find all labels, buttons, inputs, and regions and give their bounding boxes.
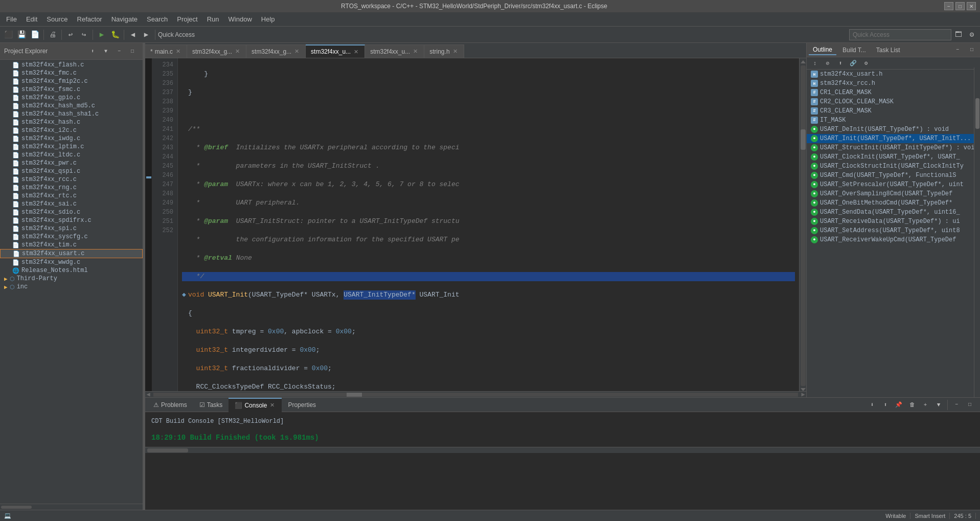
- outline-vscrollbar[interactable]: [974, 67, 980, 397]
- tree-item-lptim[interactable]: 📄 stm32f4xx_lptim.c: [0, 143, 143, 151]
- tree-item-flash[interactable]: 📄 stm32f4xx_flash.c: [0, 61, 143, 69]
- outline-item-cr2-mask[interactable]: # CR2_CLOCK_CLEAR_MASK: [807, 97, 980, 106]
- outline-item-rcc-h[interactable]: H stm32f4xx_rcc.h: [807, 79, 980, 88]
- tree-item-fmip2c[interactable]: 📄 stm32f4xx_fmip2c.c: [0, 77, 143, 85]
- bottom-minimize[interactable]: −: [950, 399, 963, 411]
- print-button[interactable]: 🖨: [47, 29, 59, 41]
- bottom-tab-console[interactable]: ⬛ Console ✕: [229, 398, 282, 412]
- tab-close-u2[interactable]: ✕: [412, 48, 419, 55]
- outline-item-cmd[interactable]: ● USART_Cmd(USART_TypeDef*, FunctionalS: [807, 171, 980, 180]
- menu-refactor[interactable]: Refactor: [73, 14, 106, 24]
- tree-item-qspi[interactable]: 📄 stm32f4xx_qspi.c: [0, 167, 143, 175]
- code-editor[interactable]: 234 235 236 237 238 239 240 241 242 24: [152, 58, 806, 391]
- minimize-button[interactable]: −: [944, 2, 953, 10]
- maximize-button[interactable]: □: [955, 2, 965, 10]
- tree-item-rng[interactable]: 📄 stm32f4xx_rng.c: [0, 184, 143, 192]
- tree-item-ltdc[interactable]: 📄 stm32f4xx_ltdc.c: [0, 151, 143, 159]
- undo-button[interactable]: ↩: [64, 29, 77, 41]
- outline-item-clockstructinit[interactable]: ● USART_ClockStructInit(USART_ClockInitT…: [807, 162, 980, 171]
- tab-stm32f4xx-u2[interactable]: stm32f4xx_u... ✕: [365, 44, 424, 58]
- tree-item-hash-md5[interactable]: 📄 stm32f4xx_hash_md5.c: [0, 102, 143, 110]
- tab-string-h[interactable]: string.h ✕: [424, 44, 464, 58]
- menu-navigate[interactable]: Navigate: [107, 14, 142, 24]
- menu-project[interactable]: Project: [173, 14, 201, 24]
- tree-item-sdio[interactable]: 📄 stm32f4xx_sdio.c: [0, 208, 143, 216]
- bottom-tab-problems[interactable]: ⚠ Problems: [147, 398, 193, 412]
- outline-settings-button[interactable]: ⚙: [860, 57, 872, 70]
- tree-item-third-party[interactable]: ▶ ⬡ Third-Party: [0, 275, 143, 283]
- outline-item-usart-h[interactable]: H stm32f4xx_usart.h: [807, 70, 980, 79]
- outline-item-structinit[interactable]: ● USART_StructInit(USART_InitTypeDef*) :…: [807, 143, 980, 152]
- tree-item-pwr[interactable]: 📄 stm32f4xx_pwr.c: [0, 159, 143, 167]
- tree-item-tim[interactable]: 📄 stm32f4xx_tim.c: [0, 241, 143, 249]
- outline-filter-button[interactable]: ⊘: [822, 57, 834, 70]
- vertical-scrollbar[interactable]: [799, 58, 806, 391]
- tab-stm32f4xx-g2[interactable]: stm32f4xx_g... ✕: [246, 44, 306, 58]
- menu-source[interactable]: Source: [42, 14, 72, 24]
- save-button[interactable]: 💾: [15, 29, 28, 41]
- pe-minimize-button[interactable]: −: [113, 45, 125, 57]
- pe-collapse-button[interactable]: ⬆: [86, 45, 99, 57]
- h-scroll-right[interactable]: ▶: [800, 393, 806, 397]
- outline-item-setaddress[interactable]: ● USART_SetAddress(USART_TypeDef*, uint8: [807, 226, 980, 235]
- tree-item-spdifrx[interactable]: 📄 stm32f4xx_spdifrx.c: [0, 216, 143, 224]
- outline-item-it-mask[interactable]: # IT_MASK: [807, 116, 980, 125]
- outline-item-deinit[interactable]: ● USART_DeInit(USART_TypeDef*) : void: [807, 125, 980, 134]
- tree-item-sai[interactable]: 📄 stm32f4xx_sai.c: [0, 200, 143, 208]
- outline-link-button[interactable]: 🔗: [847, 57, 859, 70]
- bottom-tab-tasks[interactable]: ☑ Tasks: [193, 398, 229, 412]
- console-options-button[interactable]: ▼: [932, 399, 945, 411]
- outline-item-clockinit[interactable]: ● USART_ClockInit(USART_TypeDef*, USART_: [807, 152, 980, 162]
- outline-tab-build[interactable]: Build T...: [838, 46, 870, 55]
- tree-item-gpio[interactable]: 📄 stm32f4xx_gpio.c: [0, 94, 143, 102]
- redo-button[interactable]: ↪: [78, 29, 90, 41]
- menu-search[interactable]: Search: [143, 14, 172, 24]
- outline-minimize-button[interactable]: −: [951, 44, 964, 56]
- code-content[interactable]: } } /** * @brief Initializes the USARTx …: [178, 58, 799, 391]
- tree-item-spi[interactable]: 📄 stm32f4xx_spi.c: [0, 224, 143, 233]
- tab-stm32f4xx-g1[interactable]: stm32f4xx_g... ✕: [187, 44, 246, 58]
- scroll-thumb[interactable]: [801, 129, 806, 150]
- outline-sort-button[interactable]: ↕: [809, 57, 821, 70]
- tab-main-c[interactable]: * main.c ✕: [145, 44, 187, 58]
- tree-item-rcc[interactable]: 📄 stm32f4xx_rcc.c: [0, 175, 143, 184]
- outline-item-receiverwakeup[interactable]: ● USART_ReceiverWakeUpCmd(USART_TypeDef: [807, 235, 980, 244]
- console-new-button[interactable]: +: [919, 399, 931, 411]
- scroll-down-arrow[interactable]: [801, 388, 806, 391]
- menu-file[interactable]: File: [2, 14, 21, 24]
- tab-close-g1[interactable]: ✕: [234, 48, 241, 55]
- run-button[interactable]: ▶: [96, 29, 108, 41]
- window-controls[interactable]: − □ ✕: [944, 2, 976, 10]
- outline-item-setprescaler[interactable]: ● USART_SetPrescaler(USART_TypeDef*, uin…: [807, 180, 980, 189]
- tree-item-wwdg[interactable]: 📄 stm32f4xx_wwdg.c: [0, 258, 143, 266]
- pe-horizontal-scrollbar[interactable]: [0, 504, 143, 510]
- debug-button[interactable]: 🐛: [109, 29, 121, 41]
- tree-item-release-notes[interactable]: 🌐 Release_Notes.html: [0, 266, 143, 275]
- tree-item-inc[interactable]: ▶ ⬡ inc: [0, 283, 143, 291]
- tab-close-u1[interactable]: ✕: [353, 49, 359, 55]
- outline-item-cr3-mask[interactable]: # CR3_CLEAR_MASK: [807, 106, 980, 116]
- quick-access-input[interactable]: [849, 29, 951, 40]
- tree-item-usart[interactable]: 📄 stm32f4xx_usart.c: [0, 249, 143, 258]
- h-scroll-thumb[interactable]: [347, 393, 362, 397]
- outline-item-onebit[interactable]: ● USART_OneBitMethodCmd(USART_TypeDef*: [807, 198, 980, 208]
- tree-item-rtc[interactable]: 📄 stm32f4xx_rtc.c: [0, 192, 143, 200]
- pe-menu-button[interactable]: ▼: [100, 45, 112, 57]
- outline-tab-tasks[interactable]: Task List: [872, 46, 904, 55]
- tree-item-hash-sha1[interactable]: 📄 stm32f4xx_hash_sha1.c: [0, 110, 143, 118]
- menu-help[interactable]: Help: [257, 14, 279, 24]
- prev-edit-button[interactable]: ◀: [127, 29, 139, 41]
- outline-maximize-button[interactable]: □: [966, 44, 978, 56]
- tree-item-i2c[interactable]: 📄 stm32f4xx_i2c.c: [0, 126, 143, 134]
- menu-run[interactable]: Run: [203, 14, 223, 24]
- menu-window[interactable]: Window: [224, 14, 256, 24]
- close-button[interactable]: ✕: [967, 2, 976, 10]
- console-scroll-up[interactable]: ⬆: [879, 399, 892, 411]
- pe-maximize-button[interactable]: □: [126, 45, 139, 57]
- bottom-maximize[interactable]: □: [964, 399, 976, 411]
- tab-stm32f4xx-u1[interactable]: stm32f4xx_u... ✕: [306, 44, 365, 58]
- open-perspective-button[interactable]: 🗔: [952, 29, 965, 41]
- tree-item-iwdg[interactable]: 📄 stm32f4xx_iwdg.c: [0, 134, 143, 143]
- outline-collapse-button[interactable]: ⬆: [834, 57, 847, 70]
- perspective-button[interactable]: ⚙: [966, 29, 978, 41]
